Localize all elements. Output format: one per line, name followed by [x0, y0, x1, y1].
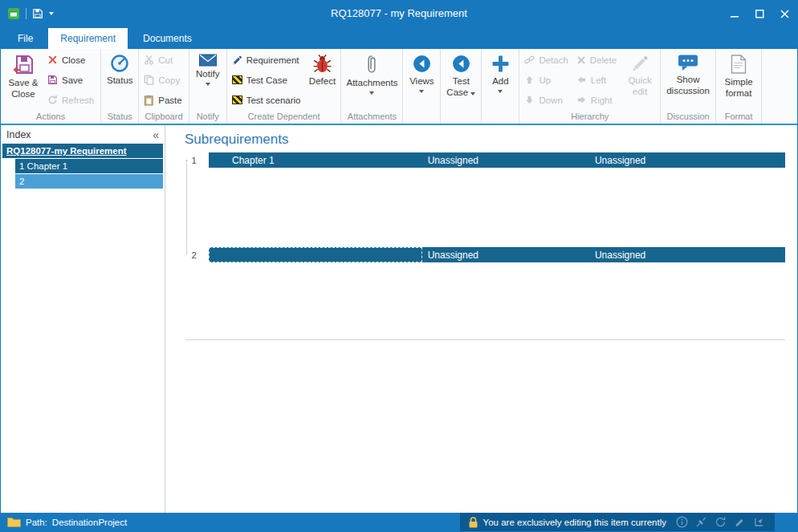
statusbar-resize-corner[interactable]: [775, 513, 797, 531]
quick-edit-button[interactable]: Quick edit: [621, 50, 658, 112]
create-defect-label: Defect: [309, 76, 336, 87]
ribbon-group-add: Add: [482, 49, 519, 124]
lock-icon: [468, 516, 478, 529]
tab-file[interactable]: File: [6, 28, 45, 49]
tab-documents[interactable]: Documents: [131, 28, 204, 49]
cut-button[interactable]: Cut: [140, 50, 186, 70]
main-content: Subrequirements 1 Chapter 1 Unassigned U…: [165, 125, 797, 513]
create-test-case-label: Test Case: [246, 75, 287, 85]
attachments-paperclip-icon: [366, 54, 377, 75]
maximize-button[interactable]: [747, 1, 772, 26]
detach-button[interactable]: Detach: [521, 50, 572, 70]
down-button[interactable]: Down: [521, 90, 572, 110]
tree-item-root[interactable]: RQ128077-my Requirement: [2, 144, 163, 158]
statusbar-right: You are exclusively editing this item cu…: [460, 513, 775, 531]
create-test-case-button[interactable]: Test Case: [229, 70, 306, 90]
delete-button[interactable]: Delete: [573, 50, 621, 70]
select-icon[interactable]: [753, 516, 765, 528]
views-button[interactable]: Views: [405, 50, 438, 112]
subrequirement-col3-cell[interactable]: Unassigned: [589, 247, 785, 262]
attachments-label: Attachments: [346, 78, 397, 89]
ribbon-group-create-dependent: Requirement Test Case Test scenario Defe…: [227, 49, 342, 124]
show-discussion-button[interactable]: Show discussion: [662, 50, 714, 112]
group-label-format: Format: [718, 112, 759, 124]
subrequirement-title-cell-editing[interactable]: [209, 247, 422, 262]
left-button[interactable]: Left: [573, 70, 621, 90]
up-button[interactable]: Up: [521, 70, 572, 90]
paste-label: Paste: [158, 95, 181, 105]
body-area: Index « RQ128077-my Requirement 1 Chapte…: [1, 125, 797, 513]
close-x-icon: [47, 55, 58, 65]
connection-icon[interactable]: [695, 516, 707, 528]
copy-label: Copy: [158, 75, 180, 85]
info-icon[interactable]: [676, 516, 688, 528]
tab-requirement[interactable]: Requirement: [48, 28, 128, 49]
quick-edit-pencil-icon: [630, 54, 649, 73]
refresh-button[interactable]: Refresh: [44, 90, 99, 110]
pen-icon[interactable]: [734, 516, 746, 528]
subrequirement-title-cell[interactable]: Chapter 1: [209, 152, 422, 168]
tree-item-2[interactable]: 2: [15, 174, 163, 189]
paste-button[interactable]: Paste: [140, 90, 186, 110]
maximize-icon: [755, 10, 764, 18]
group-label-status: Status: [103, 112, 136, 124]
right-button[interactable]: Right: [573, 90, 621, 110]
history-icon[interactable]: [715, 516, 727, 528]
app-icon[interactable]: [7, 7, 20, 20]
save-button[interactable]: Save: [44, 70, 99, 90]
group-label-views: [405, 112, 438, 124]
cut-icon: [144, 55, 154, 65]
subrequirement-col2-cell[interactable]: Unassigned: [422, 247, 589, 262]
paste-icon: [144, 95, 154, 106]
subrequirement-row[interactable]: 2 Unassigned Unassigned: [185, 247, 785, 262]
ribbon-group-clipboard: Cut Copy Paste Clipboard: [139, 49, 189, 124]
index-tree: RQ128077-my Requirement 1 Chapter 1 2: [1, 144, 165, 189]
test-scenario-hazard-icon: [232, 95, 242, 104]
subrequirement-bar[interactable]: Chapter 1 Unassigned Unassigned: [209, 152, 785, 168]
group-label-create-dependent: Create Dependent: [229, 112, 340, 124]
save-close-button[interactable]: Save & Close: [2, 50, 44, 112]
subrequirement-list: 1 Chapter 1 Unassigned Unassigned 2 Unas…: [185, 152, 785, 340]
tree-item-chapter-1[interactable]: 1 Chapter 1: [15, 159, 163, 173]
create-requirement-button[interactable]: Requirement: [229, 50, 306, 70]
statusbar-tools: [674, 513, 775, 531]
close-window-button[interactable]: [772, 1, 797, 26]
group-label-notify: Notify: [191, 112, 225, 124]
close-button[interactable]: Close: [44, 50, 99, 70]
create-test-scenario-button[interactable]: Test scenario: [229, 90, 306, 110]
subrequirement-col3-cell[interactable]: Unassigned: [589, 152, 785, 168]
ribbon-group-views: Views: [403, 49, 441, 124]
test-case-circle-icon: [451, 54, 471, 74]
exclusive-edit-indicator: You are exclusively editing this item cu…: [460, 513, 674, 531]
create-defect-button[interactable]: Defect: [305, 50, 339, 112]
add-button[interactable]: Add: [483, 50, 517, 112]
window-title: RQ128077 - my Requirement: [1, 1, 797, 26]
group-label-actions: Actions: [2, 112, 99, 124]
left-arrow-icon: [576, 75, 587, 85]
test-case-button[interactable]: Test Case: [442, 50, 479, 112]
minimize-button[interactable]: [723, 1, 747, 26]
dropdown-caret-icon: [419, 90, 424, 93]
quick-edit-label: Quick edit: [625, 75, 655, 97]
show-discussion-label: Show discussion: [666, 75, 710, 96]
dropdown-caret-icon: [206, 83, 210, 86]
copy-icon: [144, 75, 154, 85]
subrequirement-row[interactable]: 1 Chapter 1 Unassigned Unassigned: [185, 152, 785, 168]
subrequirement-col2-cell[interactable]: Unassigned: [422, 152, 589, 168]
attachments-button[interactable]: Attachments: [343, 50, 401, 112]
subrequirement-bar[interactable]: Unassigned Unassigned: [209, 247, 785, 262]
status-button[interactable]: Status: [103, 50, 136, 112]
index-collapse-icon[interactable]: «: [153, 129, 159, 140]
ribbon-group-status: Status Status: [101, 49, 139, 124]
quick-save-icon[interactable]: [32, 8, 43, 19]
close-window-icon: [780, 10, 789, 18]
down-arrow-icon: [524, 95, 535, 105]
copy-button[interactable]: Copy: [140, 70, 186, 90]
dropdown-caret-icon[interactable]: [49, 12, 54, 15]
refresh-icon: [47, 95, 58, 105]
notify-button[interactable]: Notify: [191, 50, 225, 112]
views-circle-icon: [412, 54, 432, 74]
dropdown-caret-icon: [498, 90, 503, 93]
save-icon: [47, 75, 58, 85]
simple-format-button[interactable]: Simple format: [718, 50, 759, 112]
